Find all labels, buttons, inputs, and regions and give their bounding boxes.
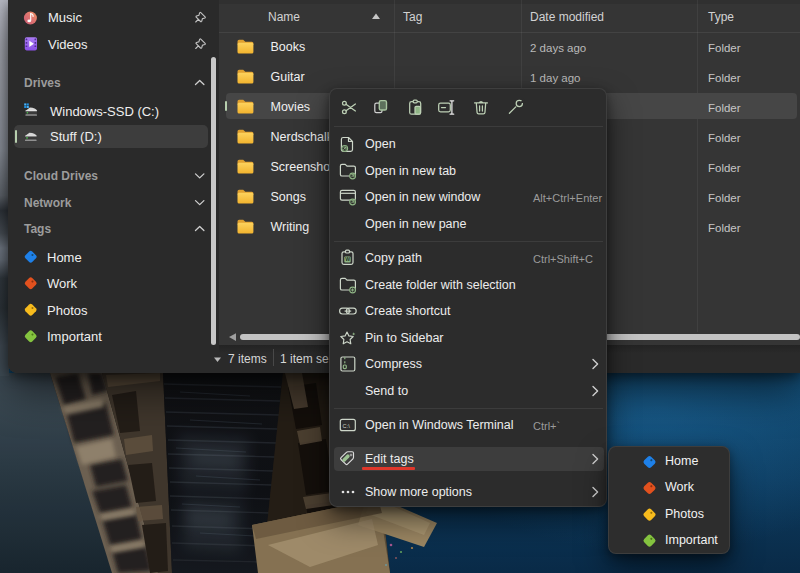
svg-text:C:\: C:\ — [343, 423, 351, 429]
svg-text:W: W — [345, 256, 350, 262]
